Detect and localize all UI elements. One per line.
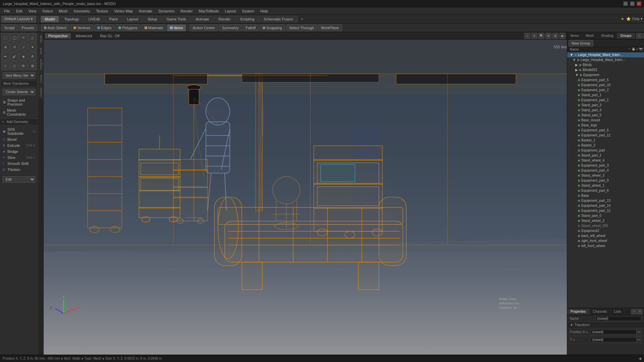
minimize-btn[interactable]: ─ (623, 1, 628, 6)
right-tab-shading[interactable]: Shading (598, 33, 617, 39)
scene-item-1[interactable]: ▼ Large_Hospital_Ward_Interi... (567, 57, 644, 62)
maximize-btn[interactable]: □ (630, 1, 635, 6)
strip-mode[interactable]: Mode (38, 33, 43, 45)
prop-tab-channels[interactable]: Channels (590, 309, 611, 314)
transform-btn[interactable]: ✦ (28, 43, 37, 51)
tab-animate[interactable]: Animate (191, 16, 213, 22)
thicken-item[interactable]: ⊡ Thicken (0, 167, 38, 173)
scene-item-stand1[interactable]: Stand_part_1 (567, 93, 644, 98)
position-y-btn[interactable]: >> (637, 337, 641, 343)
extrude-item[interactable]: ⬆ Extrude Shift-X (0, 142, 38, 148)
scene-item-standwheel3[interactable]: Stand_wheel_3 (567, 173, 644, 178)
select-lasso-btn[interactable]: ✏ (19, 33, 28, 42)
scene-item-basemount[interactable]: Base_mount (567, 118, 644, 123)
tab-uvedit[interactable]: UVEdit (84, 16, 104, 22)
rpt-btn1[interactable]: ◁ (636, 33, 642, 39)
tab-layout[interactable]: Layout (123, 16, 143, 22)
default-layouts-btn[interactable]: Default Layouts ▾ (1, 16, 36, 22)
scene-item-blinds001[interactable]: ▶ Blinds001 (567, 67, 644, 72)
prop-btn1[interactable]: + (631, 309, 637, 314)
workplane-btn[interactable]: WorkPlane (318, 24, 342, 31)
edit-dropdown[interactable]: Edit (3, 176, 35, 183)
scene-item-standwheel2[interactable]: Stand_wheel_2 (567, 218, 644, 223)
name-prop-input[interactable] (595, 316, 641, 321)
mesh-constraints-item[interactable]: ⊞ Mesh Constraints (0, 107, 38, 117)
snapping-btn[interactable]: Snapping (260, 24, 285, 31)
scene-item-stand0[interactable]: Stand_part_0 (567, 213, 644, 218)
presets-btn[interactable]: Presets (19, 24, 37, 31)
scene-item-standwheel005[interactable]: Stand_wheel_005 (567, 223, 644, 228)
strip-curve[interactable]: Curve (38, 72, 43, 85)
scene-item-base[interactable]: Base (567, 193, 644, 198)
scene-item-stand2[interactable]: Stand_part_2 (567, 153, 644, 158)
tool4d[interactable]: ⊞ (28, 61, 37, 70)
menu-layout[interactable]: Layout (222, 8, 239, 14)
action-center-btn[interactable]: Action Center (190, 24, 218, 31)
tab-schematic[interactable]: Schematic Fusion (259, 16, 297, 22)
scene-item-basket1[interactable]: Basket_1 (567, 138, 644, 143)
prop-tab-properties[interactable]: Properties (567, 309, 590, 314)
scene-item-equip5[interactable]: Equipment_part_5 (567, 77, 644, 82)
falloff-btn[interactable]: Falloff (243, 24, 259, 31)
select-circle-btn[interactable]: ◯ (10, 33, 19, 42)
scene-item-baselegs[interactable]: Base_legs (567, 123, 644, 128)
polygons-btn[interactable]: Polygons (115, 24, 140, 31)
tool4c[interactable]: ⚙ (19, 61, 28, 70)
sds-subdivide-item[interactable]: ▣ SDS Subdivide D (0, 126, 38, 136)
viewport-canvas[interactable]: X Y Z 555 Items Rotate, Free Deformers: … (44, 40, 567, 355)
edges-btn[interactable]: Edges (94, 24, 114, 31)
menu-vertexmap[interactable]: Vertex Map (111, 8, 136, 14)
menu-texture[interactable]: Texture (93, 8, 111, 14)
more-transforms-btn[interactable]: More Transforms (1, 81, 37, 87)
add-geometry-btn[interactable]: + Add Geometry (0, 119, 38, 125)
add-tab-btn[interactable]: + (298, 15, 306, 22)
scene-item-equip1[interactable]: Equipment_part_1 (567, 98, 644, 103)
scene-item-equip12[interactable]: Equipment_part_12 (567, 208, 644, 213)
menu-help[interactable]: Help (258, 8, 271, 14)
scene-item-root[interactable]: ▼ Large_Hospital_Ward_Interi... (567, 52, 644, 57)
tab-topology[interactable]: Topology (60, 16, 83, 22)
close-btn[interactable]: × (637, 1, 641, 6)
paint-btn[interactable]: 🖌 (10, 52, 19, 61)
vp-tool5[interactable]: ⊞ (552, 33, 558, 39)
position-x-btn[interactable]: >> (637, 329, 641, 335)
menu-view[interactable]: View (26, 8, 39, 14)
sculpt-btn2[interactable]: ◈ (19, 52, 28, 61)
perspective-tab[interactable]: Perspective (45, 33, 71, 39)
select-tri-btn[interactable]: △ (28, 33, 37, 42)
tab-render[interactable]: Render (214, 16, 235, 22)
scene-item-leftfront[interactable]: left_front_wheel (567, 243, 644, 248)
menu-edit[interactable]: Edit (13, 8, 25, 14)
text-btn[interactable]: A (28, 52, 37, 61)
menu-dynamics[interactable]: Dynamics (156, 8, 177, 14)
tab-scripting[interactable]: Scripting (236, 16, 259, 22)
scene-item-equippart[interactable]: Equipment_part (567, 148, 644, 153)
transform-section[interactable]: ▼ Transform (567, 322, 644, 328)
sculpt-btn[interactable]: Sculpt (1, 24, 18, 31)
new-group-btn[interactable]: New Group (569, 40, 593, 47)
rotate-btn[interactable]: ↺ (10, 43, 19, 51)
tool4a[interactable]: ◇ (1, 61, 10, 70)
slice-item[interactable]: ✂ Slice Shift-C (0, 155, 38, 161)
bevel-item[interactable]: ⬡ Bevel (0, 136, 38, 142)
auto-select-btn[interactable]: Auto Select (41, 24, 69, 31)
menu-select[interactable]: Select (40, 8, 55, 14)
tab-paint[interactable]: Paint (105, 16, 122, 22)
scene-item-backleft[interactable]: back_left_wheel (567, 233, 644, 238)
menu-maxtomodo[interactable]: MaxToModo (196, 8, 222, 14)
vertices-btn[interactable]: Vertices (70, 24, 93, 31)
right-tab-mesh[interactable]: Mesh (582, 33, 597, 39)
ray-gl-tab[interactable]: Ray GL: Off (97, 33, 123, 39)
vp-tool6[interactable]: ▶ (559, 33, 566, 39)
vp-tool4[interactable]: ⚙ (545, 33, 551, 39)
scene-item-rightfront[interactable]: right_front_wheel (567, 238, 644, 243)
menu-render[interactable]: Render (178, 8, 196, 14)
rpt-btn2[interactable]: ▷ (642, 33, 644, 39)
advanced-tab[interactable]: Advanced (72, 33, 95, 39)
expand-arrow[interactable]: ◀ (639, 357, 641, 360)
vp-tool2[interactable]: ↺ (531, 33, 537, 39)
vp-tool3[interactable]: 🔍 (538, 33, 544, 39)
right-tab-groups[interactable]: Groups (617, 33, 635, 39)
menu-animate[interactable]: Animate (136, 8, 155, 14)
scene-item-equip9[interactable]: Equipment_part_9 (567, 178, 644, 183)
